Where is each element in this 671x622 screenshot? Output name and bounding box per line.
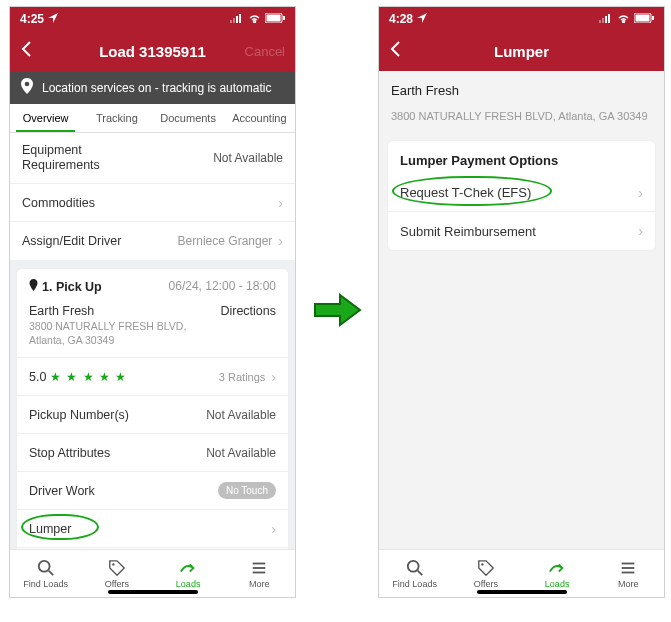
pickup-num-value: Not Available [206,408,276,422]
phone-right: 4:28 Lumper Earth Fresh 3800 NATURALLY F… [378,6,665,598]
submit-reimbursement-label: Submit Reimbursement [400,224,536,239]
back-icon[interactable] [389,40,407,62]
pickup-datetime: 06/24, 12:00 - 18:00 [169,279,276,294]
transition-arrow-icon [310,290,365,334]
svg-rect-0 [230,20,232,23]
svg-rect-3 [239,14,241,23]
svg-rect-15 [602,18,604,23]
chevron-right-icon: › [278,195,283,211]
equipment-req-label: Equipment Requirements [22,143,100,173]
location-arrow-icon [417,12,427,26]
location-banner-text: Location services on - tracking is autom… [42,81,271,95]
content: Location services on - tracking is autom… [10,71,295,549]
tab-find-loads[interactable]: Find Loads [10,550,81,597]
chevron-right-icon: › [638,223,643,239]
signal-icon [230,12,244,26]
chevron-right-icon: › [271,369,276,385]
lumper-address: 3800 NATURALLY FRESH BLVD, Atlanta, GA 3… [391,110,652,122]
menu-icon [250,559,268,577]
wifi-icon [617,12,630,26]
tab-more[interactable]: More [593,550,664,597]
pickup-title: 1. Pick Up [42,280,102,294]
wifi-icon [248,12,261,26]
pickup-addr2: Atlanta, GA 30349 [29,334,186,348]
section-payment-options: Lumper Payment Options [388,141,655,174]
tab-tracking[interactable]: Tracking [81,104,152,132]
search-icon [406,559,424,577]
search-icon [37,559,55,577]
back-icon[interactable] [20,40,38,62]
chevron-right-icon: › [638,185,643,201]
nav-bar: Lumper [379,31,664,71]
stop-attr-label: Stop Attributes [29,446,110,460]
status-bar: 4:25 [10,7,295,31]
row-lumper[interactable]: Lumper › [17,510,288,548]
row-driver-work: Driver Work No Touch [17,472,288,510]
more-label: More [249,579,270,589]
no-touch-pill: No Touch [218,482,276,499]
row-commodities[interactable]: Commodities › [10,184,295,222]
location-arrow-icon [48,12,58,26]
svg-rect-20 [652,16,654,20]
pin-small-icon [29,279,38,294]
svg-rect-6 [283,16,285,20]
assign-driver-value: Berniece Granger [178,234,273,248]
row-assign-driver[interactable]: Assign/Edit Driver Berniece Granger › [10,222,295,260]
rating-value: 5.0 [29,370,46,384]
chevron-right-icon: › [278,233,283,249]
directions-link[interactable]: Directions [220,304,276,318]
row-stop-attributes: Stop Attributes Not Available [17,434,288,472]
find-loads-label: Find Loads [23,579,68,589]
tab-overview[interactable]: Overview [10,104,81,132]
commodities-label: Commodities [22,196,95,210]
pickup-company: Earth Fresh [29,304,186,318]
row-pickup-numbers: Pickup Number(s) Not Available [17,396,288,434]
loads-label: Loads [176,579,201,589]
battery-icon [265,12,285,26]
svg-rect-5 [267,15,281,22]
svg-rect-17 [608,14,610,23]
tab-find-loads[interactable]: Find Loads [379,550,450,597]
loads-arrow-icon [548,559,566,577]
stars-icon: ★ ★ ★ ★ ★ [50,370,127,384]
assign-driver-label: Assign/Edit Driver [22,234,121,248]
home-indicator [108,590,198,594]
svg-rect-1 [233,18,235,23]
svg-rect-2 [236,16,238,23]
request-tchek-label: Request T-Chek (EFS) [400,185,531,200]
nav-bar: Load 31395911 Cancel [10,31,295,71]
more-label: More [618,579,639,589]
signal-icon [599,12,613,26]
svg-point-21 [407,560,418,571]
svg-point-23 [481,563,483,565]
location-banner: Location services on - tracking is autom… [10,71,295,104]
tag-icon [477,559,495,577]
row-rating[interactable]: 5.0 ★ ★ ★ ★ ★ 3 Ratings › [17,358,288,396]
stop-attr-value: Not Available [206,446,276,460]
svg-point-7 [25,82,30,87]
nav-cancel[interactable]: Cancel [245,44,285,59]
content: Earth Fresh 3800 NATURALLY FRESH BLVD, A… [379,71,664,549]
tabs: Overview Tracking Documents Accounting [10,104,295,133]
row-submit-reimbursement[interactable]: Submit Reimbursement › [388,212,655,250]
tab-more[interactable]: More [224,550,295,597]
tab-documents[interactable]: Documents [153,104,224,132]
svg-rect-19 [636,15,650,22]
home-indicator [477,590,567,594]
row-request-tchek[interactable]: Request T-Chek (EFS) › [388,174,655,212]
phone-left: 4:25 Load 31395911 Cancel [9,6,296,598]
svg-point-8 [38,560,49,571]
lumper-label: Lumper [29,522,71,536]
svg-rect-14 [599,20,601,23]
status-time: 4:25 [20,12,44,26]
status-time: 4:28 [389,12,413,26]
tag-icon [108,559,126,577]
tab-accounting[interactable]: Accounting [224,104,295,132]
status-bar: 4:28 [379,7,664,31]
offers-label: Offers [105,579,129,589]
lumper-company: Earth Fresh [391,83,652,98]
svg-point-10 [112,563,114,565]
pin-icon [20,78,34,97]
equipment-req-value: Not Available [213,151,283,165]
row-equipment-requirements: Equipment Requirements Not Available [10,133,295,184]
